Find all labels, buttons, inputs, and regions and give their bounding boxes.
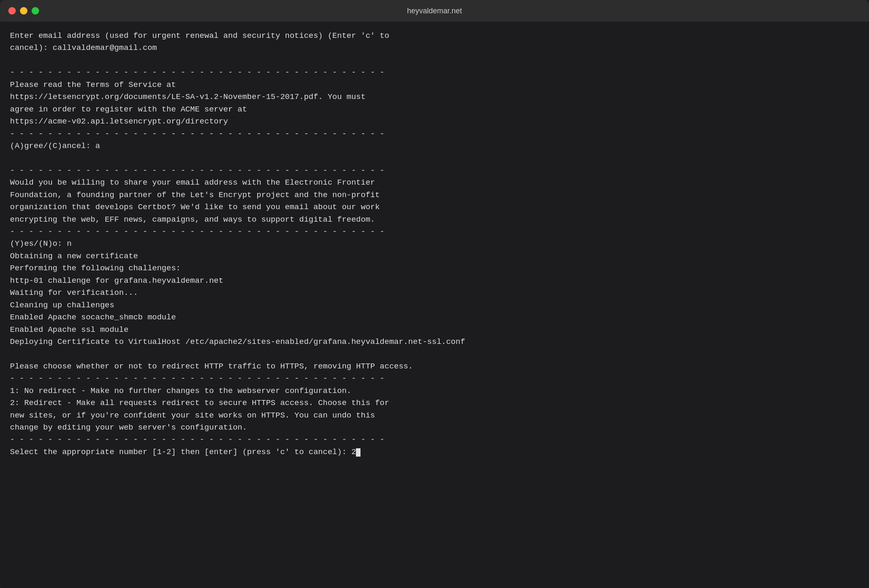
terminal-cursor bbox=[356, 448, 360, 457]
titlebar: heyvaldemar.net bbox=[0, 0, 869, 22]
close-button[interactable] bbox=[8, 7, 16, 15]
maximize-button[interactable] bbox=[32, 7, 39, 15]
terminal-window: heyvaldemar.net Enter email address (use… bbox=[0, 0, 869, 588]
window-title: heyvaldemar.net bbox=[407, 7, 462, 15]
terminal-body[interactable]: Enter email address (used for urgent ren… bbox=[0, 22, 869, 588]
traffic-lights bbox=[8, 7, 39, 15]
minimize-button[interactable] bbox=[20, 7, 27, 15]
terminal-output: Enter email address (used for urgent ren… bbox=[10, 30, 859, 458]
